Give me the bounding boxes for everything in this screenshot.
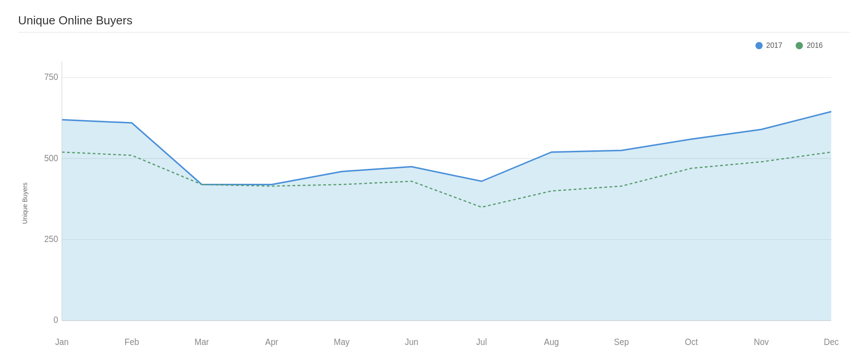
svg-text:Jul: Jul xyxy=(476,337,487,347)
svg-text:0: 0 xyxy=(53,315,58,325)
legend-dot-2017 xyxy=(755,42,763,49)
chart-title: Unique Online Buyers xyxy=(18,14,850,28)
svg-text:Jun: Jun xyxy=(405,337,419,347)
svg-text:Aug: Aug xyxy=(544,337,559,347)
svg-text:Nov: Nov xyxy=(754,337,769,347)
legend-label-2017: 2017 xyxy=(766,42,783,50)
svg-text:Dec: Dec xyxy=(824,337,839,347)
chart-container: Unique Online Buyers 2017 2016 Unique Bu… xyxy=(0,0,868,359)
legend-item-2017: 2017 xyxy=(755,42,783,50)
legend-item-2016: 2016 xyxy=(796,42,823,50)
svg-text:Apr: Apr xyxy=(265,337,279,347)
svg-text:Sep: Sep xyxy=(614,337,629,347)
title-divider xyxy=(18,32,850,33)
svg-text:500: 500 xyxy=(44,153,58,163)
svg-text:Oct: Oct xyxy=(685,337,698,347)
svg-text:Jan: Jan xyxy=(55,337,69,347)
legend-dot-2016 xyxy=(796,42,803,49)
legend-label-2016: 2016 xyxy=(807,42,823,50)
svg-text:Mar: Mar xyxy=(194,337,209,347)
svg-text:250: 250 xyxy=(44,234,58,244)
chart-legend: 2017 2016 xyxy=(18,42,850,50)
chart-area: Unique Buyers 0250500750JanFebMarAprMayJ… xyxy=(18,56,850,350)
svg-text:May: May xyxy=(334,337,350,347)
chart-inner: 0250500750JanFebMarAprMayJunJulAugSepOct… xyxy=(34,56,850,350)
svg-text:750: 750 xyxy=(44,72,58,82)
y-axis-label: Unique Buyers xyxy=(18,56,32,350)
chart-svg: 0250500750JanFebMarAprMayJunJulAugSepOct… xyxy=(34,56,850,350)
svg-text:Feb: Feb xyxy=(125,337,139,347)
